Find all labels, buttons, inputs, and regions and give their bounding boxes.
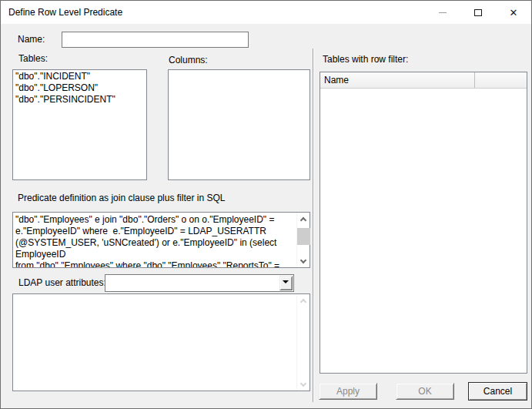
predicate-scrollbar[interactable]: [296, 213, 309, 267]
close-button[interactable]: ✕: [496, 1, 531, 24]
tables-listbox[interactable]: "dbo"."INCIDENT""dbo"."LOPERSON""dbo"."P…: [12, 69, 147, 180]
scroll-down-icon[interactable]: [300, 258, 306, 264]
columns-label: Columns:: [169, 55, 208, 65]
minimize-icon: [439, 12, 447, 13]
row-filter-listview[interactable]: Name: [320, 72, 527, 374]
combobox-drop-button[interactable]: [279, 276, 293, 290]
cancel-button[interactable]: Cancel: [468, 382, 527, 401]
predicate-sql-text: "dbo"."Employees" e join "dbo"."Orders" …: [13, 213, 296, 267]
apply-button[interactable]: Apply: [319, 383, 377, 400]
predicate-sql-textarea[interactable]: "dbo"."Employees" e join "dbo"."Orders" …: [12, 212, 310, 268]
scroll-down-icon[interactable]: [300, 381, 306, 387]
maximize-icon: [474, 9, 482, 16]
maximize-button[interactable]: [460, 1, 496, 24]
title-bar: Define Row Level Predicate ✕: [1, 1, 531, 24]
name-input[interactable]: [62, 32, 249, 48]
table-list-item[interactable]: "dbo"."PERSINCIDENT": [13, 94, 146, 106]
dialog-title: Define Row Level Predicate: [1, 7, 425, 18]
caption-buttons: ✕: [425, 1, 531, 24]
name-label: Name:: [18, 34, 45, 45]
predicate-label: Predicate definition as join clause plus…: [18, 193, 225, 203]
ldap-attributes-combobox[interactable]: [105, 274, 294, 292]
listview-header: Name: [320, 72, 527, 89]
scroll-thumb[interactable]: [297, 228, 310, 245]
scroll-up-icon[interactable]: [300, 216, 306, 222]
define-row-level-predicate-dialog: Define Row Level Predicate ✕ Name: Table…: [0, 0, 532, 409]
chevron-down-icon: [283, 280, 289, 283]
filter-notes-textarea[interactable]: [12, 293, 310, 391]
minimize-button[interactable]: [425, 1, 460, 24]
close-icon: ✕: [510, 8, 518, 18]
panel-divider: [313, 49, 314, 402]
ldap-attributes-label: LDAP user attributes:: [18, 277, 106, 288]
columns-listbox[interactable]: [168, 69, 310, 180]
ok-button[interactable]: OK: [396, 383, 454, 400]
scroll-up-icon[interactable]: [300, 297, 306, 303]
tables-with-row-filter-label: Tables with row filter:: [323, 54, 408, 65]
tables-label: Tables:: [18, 53, 48, 64]
notes-scrollbar[interactable]: [296, 294, 309, 391]
table-list-item[interactable]: "dbo"."LOPERSON": [13, 82, 146, 94]
listview-header-name[interactable]: Name: [320, 72, 475, 88]
listview-header-extra[interactable]: [475, 72, 527, 88]
filter-notes-text: [13, 294, 296, 391]
table-list-item[interactable]: "dbo"."INCIDENT": [13, 71, 146, 82]
